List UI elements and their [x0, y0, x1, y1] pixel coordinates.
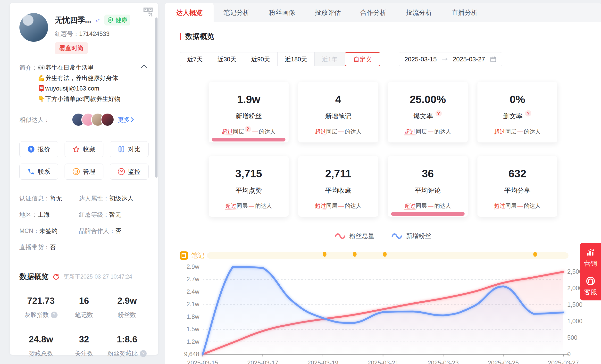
filter-近180天[interactable]: 近180天 — [277, 52, 315, 66]
help-icon[interactable]: ? — [435, 110, 442, 117]
help-icon[interactable]: ? — [51, 312, 58, 318]
sidebar-scrollbar[interactable] — [155, 18, 158, 178]
svg-text:2.1w: 2.1w — [186, 301, 200, 307]
stat-label: 关注数 — [62, 349, 105, 357]
metric-compare: 超过同层—的达人 — [388, 202, 468, 210]
svg-text:2025-03-21: 2025-03-21 — [368, 359, 399, 364]
divider — [20, 261, 149, 261]
联系-button[interactable]: 联系 — [20, 164, 58, 180]
attribute-row: 品牌合作人：否 — [79, 227, 149, 235]
tab-达人概览[interactable]: 达人概览 — [165, 3, 214, 22]
tab-直播分析[interactable]: 直播分析 — [442, 3, 487, 22]
filter-近1年[interactable]: 近1年 — [314, 52, 345, 66]
legend-粉丝总量[interactable]: 粉丝总量 — [335, 232, 375, 240]
followers-trend-chart[interactable]: 2.9w2.7w2.4w2.1w1.8w1.5w1.2w9,6482,5002,… — [180, 263, 586, 364]
note-publish-dot[interactable] — [353, 252, 357, 257]
overview-stat: 24.8w 赞藏总数 — [20, 334, 62, 357]
intro-line: 📮wuyousiji@163.com — [38, 83, 120, 94]
metric-card-平均评论[interactable]: 36 平均评论 超过同层—的达人 — [388, 156, 468, 217]
收藏-button[interactable]: 收藏 — [65, 141, 103, 157]
filter-自定义[interactable]: 自定义 — [345, 52, 380, 66]
calendar-icon — [490, 56, 497, 63]
similar-creator-avatars[interactable] — [72, 113, 114, 127]
collapse-chevron-icon[interactable] — [140, 64, 148, 69]
stat-label: 粉丝数 — [106, 311, 149, 319]
svg-text:1,000: 1,000 — [567, 318, 582, 325]
help-icon[interactable]: ? — [245, 126, 251, 132]
section-title: 数据概览 — [185, 31, 214, 41]
sidebar-overview-title: 数据概览 — [20, 272, 49, 282]
stat-label: 赞藏总数 — [20, 349, 62, 357]
similar-more-link[interactable]: 更多 — [118, 116, 135, 124]
metric-card-平均点赞[interactable]: 3,715 平均点赞 超过同层—的达人 — [209, 156, 289, 217]
stat-value: 1:8.6 — [106, 334, 149, 344]
chevron-right-icon — [130, 117, 135, 123]
intro-text: 👀养生在日常生活里💪养生有法，养出健康好身体📮wuyousiji@163.com… — [38, 62, 120, 104]
category-tag: 婴童时尚 — [55, 42, 88, 54]
tab-投放评估[interactable]: 投放评估 — [305, 3, 351, 22]
section-accent-bar — [180, 33, 181, 40]
监控-button[interactable]: 监控 — [110, 164, 149, 180]
管理-button[interactable]: 管理 — [65, 164, 103, 180]
svg-text:¥: ¥ — [30, 147, 32, 152]
tab-粉丝画像[interactable]: 粉丝画像 — [259, 3, 305, 22]
svg-text:2025-03-23: 2025-03-23 — [428, 359, 459, 364]
报价-button[interactable]: ¥ 报价 — [20, 141, 58, 157]
metric-compare: 超过同层?—的达人 — [209, 128, 289, 135]
account-id-row: 红薯号：171424533 — [55, 30, 130, 38]
filter-近90天[interactable]: 近90天 — [244, 52, 278, 66]
help-icon[interactable]: ? — [140, 350, 147, 357]
metric-card-平均分享[interactable]: 632 平均分享 超过同层—的达人 — [477, 156, 557, 217]
attribute-row: 直播带货：否 — [20, 243, 79, 251]
svg-text:2025-03-27: 2025-03-27 — [548, 359, 579, 364]
metric-card-爆文率[interactable]: 25.00% 爆文率? 超过同层—的达人 — [388, 82, 468, 142]
creator-name: 无忧四季... — [55, 15, 91, 25]
date-filter-group: 近7天近30天近90天近180天近1年自定义 — [180, 52, 380, 66]
svg-text:2.7w: 2.7w — [186, 276, 200, 283]
svg-text:2025-03-19: 2025-03-19 — [307, 359, 338, 364]
help-icon[interactable]: ? — [525, 110, 531, 117]
filter-近30天[interactable]: 近30天 — [210, 52, 244, 66]
date-range-picker[interactable]: 2025-03-15 2025-03-27 — [399, 52, 502, 66]
svg-text:500: 500 — [567, 334, 577, 341]
note-publish-dot[interactable] — [533, 252, 537, 257]
tab-投流分析[interactable]: 投流分析 — [396, 3, 442, 22]
svg-text:2.9w: 2.9w — [186, 263, 200, 270]
top-tabbar: 达人概览笔记分析粉丝画像投放评估合作分析投流分析直播分析 — [165, 3, 601, 22]
legend-新增粉丝[interactable]: 新增粉丝 — [391, 232, 431, 240]
attribute-row: 达人属性：初级达人 — [79, 194, 149, 202]
tab-合作分析[interactable]: 合作分析 — [351, 3, 396, 22]
attribute-row: MCN：未签约 — [20, 227, 79, 235]
metric-card-删文率[interactable]: 0% 删文率? 超过同层—的达人 — [477, 82, 557, 142]
metric-value: 36 — [388, 168, 468, 180]
对比-button[interactable]: 对比 — [110, 141, 149, 157]
trend-chart-svg[interactable]: 2.9w2.7w2.4w2.1w1.8w1.5w1.2w9,6482,5002,… — [180, 263, 586, 364]
qr-code-icon[interactable] — [143, 7, 153, 17]
note-publish-dot[interactable] — [383, 252, 387, 257]
metric-card-新增粉丝[interactable]: 1.9w 新增粉丝 超过同层?—的达人 — [209, 82, 289, 142]
selected-indicator — [391, 212, 465, 216]
营销-float-button[interactable]: 营销 — [584, 247, 597, 268]
tab-笔记分析[interactable]: 笔记分析 — [214, 3, 259, 22]
filter-近7天[interactable]: 近7天 — [180, 52, 210, 66]
metric-compare: 超过同层—的达人 — [388, 128, 468, 135]
avatar[interactable] — [101, 113, 114, 127]
metric-label: 平均分享 — [477, 186, 557, 195]
account-id: 171424533 — [79, 30, 110, 37]
metric-card-新增笔记[interactable]: 4 新增笔记 超过同层—的达人 — [298, 82, 378, 142]
stat-label: 粉丝赞藏比? — [106, 349, 149, 357]
客服-float-button[interactable]: 客服 — [584, 276, 597, 296]
manage-icon — [73, 168, 80, 175]
refresh-icon[interactable] — [52, 273, 60, 281]
metric-card-平均收藏[interactable]: 2,711 平均收藏 超过同层—的达人 — [298, 156, 378, 217]
metric-label: 平均评论 — [388, 186, 468, 195]
stat-value: 721.73 — [20, 296, 62, 306]
floating-action-panel: 营销 客服 — [580, 243, 601, 300]
overview-stat: 2.9w 粉丝数 — [106, 296, 149, 319]
notes-row-label: 笔记 — [191, 251, 204, 260]
metric-value: 632 — [477, 168, 557, 180]
chart-legend: 粉丝总量 新增粉丝 — [180, 232, 586, 240]
creator-intro: 简介： 👀养生在日常生活里💪养生有法，养出健康好身体📮wuyousiji@163… — [20, 62, 149, 104]
note-publish-dot[interactable] — [323, 252, 326, 257]
marketing-icon — [586, 247, 595, 257]
